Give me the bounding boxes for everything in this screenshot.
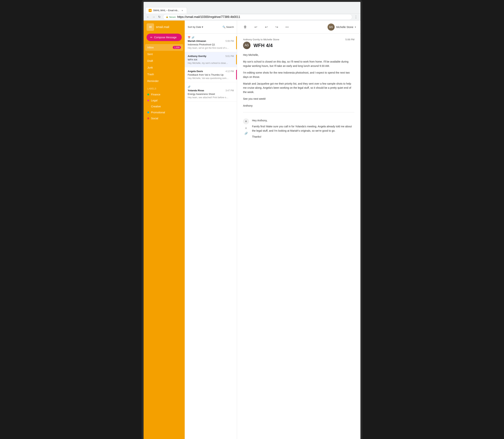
body-p-3: Mariah and Jacqueline got me their prior… xyxy=(243,82,354,94)
user-name: Michelle Stone xyxy=(336,25,353,29)
search-label: Search xyxy=(226,25,234,28)
email-item-2[interactable]: Anthony Gorrity 5:01 PM WFH 4/4 Hey Mich… xyxy=(185,52,237,67)
tab-favicon: ✉ xyxy=(149,9,152,12)
email-view-header: Anthony Gorrity to Michelle Stone 5:06 P… xyxy=(243,38,354,41)
reply-content: Hey Anthony, Family first! Make sure you… xyxy=(252,118,354,141)
browser-chrome: ✉ SMAIL.MAIL – Email inb... ✕ xyxy=(143,2,361,13)
browser-tab[interactable]: ✉ SMAIL.MAIL – Email inb... ✕ xyxy=(145,7,187,13)
label-promotional[interactable]: Promotional xyxy=(147,110,181,115)
back-button[interactable]: ← xyxy=(145,14,151,20)
email-view-time: 5:06 PM xyxy=(346,38,354,41)
email-4-sender: Yolanda Rivas xyxy=(188,89,204,92)
body-p-4: See you next week! xyxy=(243,97,354,101)
email-2-time: 5:01 PM xyxy=(225,55,234,58)
email-from-to: Anthony Gorrity to Michelle Stone xyxy=(243,38,279,41)
email-2-sender: Anthony Gorrity xyxy=(188,55,207,58)
label-social[interactable]: Social xyxy=(147,115,181,121)
sidebar-item-trash[interactable]: Trash xyxy=(145,71,183,78)
attachment-icon: 🔗 xyxy=(245,132,248,135)
email-3-subject: Feedback from Val is Thumbs Up xyxy=(188,73,234,76)
email-2-preview: Hey Michelle, my son's school is closed … xyxy=(188,62,229,64)
legal-dot xyxy=(147,99,149,101)
junk-label: Junk xyxy=(147,66,153,69)
promotional-label: Promotional xyxy=(151,111,165,114)
compose-label: Compose Message xyxy=(154,36,177,39)
body-p-2: I'm editing some shots for the new Indon… xyxy=(243,71,354,79)
address-bar-row: ← → ↻ 🔒 Secure https://smail.mail/10300/… xyxy=(143,13,361,21)
email-list: 📅 🔗 Mariah Almazan 5:06 PM Indonesia Pho… xyxy=(185,34,237,439)
body-p-5: Anthony xyxy=(243,104,354,108)
email-item-3[interactable]: Angela Davis 4:12 PM Feedback from Val i… xyxy=(185,67,237,82)
reminder-label: Reminder xyxy=(147,80,159,83)
inbox-label: Inbox xyxy=(147,46,154,49)
forward-button[interactable]: ↪ xyxy=(273,23,280,31)
tab-bar: ✉ SMAIL.MAIL – Email inb... ✕ xyxy=(145,2,359,13)
compose-button[interactable]: ✏ Compose Message xyxy=(147,34,182,41)
email-4-time: 3:47 PM xyxy=(225,89,234,92)
label-legal[interactable]: Legal xyxy=(147,98,181,103)
letter-icon: A xyxy=(245,127,247,130)
sidebar-item-sent[interactable]: Sent xyxy=(145,51,183,58)
sidebar-item-junk[interactable]: Junk xyxy=(145,64,183,71)
email-item-4[interactable]: 🔗 Yolanda Rivas 3:47 PM Energy Awareness… xyxy=(185,82,237,102)
sidebar-item-reminder[interactable]: Reminder xyxy=(145,78,183,85)
creative-label: Creative xyxy=(151,105,161,108)
email-1-icons: 📅 🔗 xyxy=(188,36,234,39)
email-1-priority xyxy=(236,36,237,49)
body-p-1: My son's school is closed on this day, s… xyxy=(243,60,354,68)
email-subject-title: WFH 4/4 xyxy=(254,43,273,48)
email-1-header: Mariah Almazan 5:06 PM xyxy=(188,40,234,42)
reply-section: A A 🔗 Hey Anthony, Family first! Make su… xyxy=(243,117,354,141)
reload-button[interactable]: ↻ xyxy=(157,14,162,20)
email-2-priority xyxy=(236,55,237,64)
sidebar-item-inbox[interactable]: Inbox 1,939 xyxy=(145,44,183,51)
body-p-0: Hey Michelle, xyxy=(243,53,354,57)
email-4-header: Yolanda Rivas 3:47 PM xyxy=(188,89,234,92)
lock-icon: 🔒 xyxy=(166,16,168,18)
compose-icon: ✏ xyxy=(150,36,153,39)
url-text: https://smail.mail/10300/nrgdrive/77389.… xyxy=(177,15,240,19)
email-4-icons: 🔗 xyxy=(188,85,234,88)
sidebar: ✉ smail.mail ✏ Compose Message Inbox 1,9… xyxy=(143,21,185,439)
nav-items: Inbox 1,939 Sent Draft Junk Trash xyxy=(143,44,185,85)
label-creative[interactable]: Creative xyxy=(147,103,181,110)
email-1-time: 5:06 PM xyxy=(225,40,234,42)
reply-button[interactable]: ↩ xyxy=(252,23,259,31)
sent-label: Sent xyxy=(147,53,153,56)
nav-icons: ← → ↻ xyxy=(145,14,162,20)
search-icon: 🔍 xyxy=(222,25,225,28)
draft-label: Draft xyxy=(147,59,153,62)
delete-button[interactable]: 🗑 xyxy=(242,23,249,31)
email-2-subject: WFH 4/4 xyxy=(188,58,234,61)
email-3-sender: Angela Davis xyxy=(188,70,203,73)
user-chevron-icon: ▾ xyxy=(355,26,356,28)
more-button[interactable]: ••• xyxy=(284,23,291,31)
email-item-1[interactable]: 📅 🔗 Mariah Almazan 5:06 PM Indonesia Pho… xyxy=(185,34,237,52)
reply-sender-avatar: A xyxy=(243,118,249,124)
sort-label: Sort by Date xyxy=(188,25,201,28)
sender-avatar: AG xyxy=(243,42,250,49)
labels-section: Labels Finance Legal Creative xyxy=(143,85,185,123)
logo-text: smail.mail xyxy=(156,25,169,29)
sort-by-date-button[interactable]: Sort by Date ▾ xyxy=(188,25,203,28)
email-4-preview: Hey team, see attached! Print before our… xyxy=(188,96,229,99)
trash-label: Trash xyxy=(147,73,154,76)
email-body: Hey Michelle, My son's school is closed … xyxy=(243,53,354,108)
sidebar-item-draft[interactable]: Draft xyxy=(145,58,183,64)
user-profile[interactable]: MS Michelle Stone ▾ xyxy=(327,24,356,31)
label-finance[interactable]: Finance xyxy=(147,91,181,98)
search-button[interactable]: 🔍 Search xyxy=(222,25,234,28)
email-toolbar: 🗑 ↩ ↩ ↪ ••• MS Michelle Stone ▾ xyxy=(237,21,361,34)
address-bar[interactable]: 🔒 Secure https://smail.mail/10300/nrgdri… xyxy=(163,14,352,20)
email-list-header: Sort by Date ▾ 🔍 Search xyxy=(185,21,237,34)
email-3-header: Angela Davis 4:12 PM xyxy=(188,70,234,73)
email-divider xyxy=(243,112,354,112)
forward-button[interactable]: → xyxy=(151,14,156,20)
tab-title: SMAIL.MAIL – Email inb... xyxy=(153,9,179,12)
email-2-header: Anthony Gorrity 5:01 PM xyxy=(188,55,234,58)
reply-all-button[interactable]: ↩ xyxy=(262,23,270,31)
logo-area: ✉ smail.mail xyxy=(143,21,185,34)
browser-menu-button[interactable]: ⋮ xyxy=(353,14,359,20)
tab-close-button[interactable]: ✕ xyxy=(181,9,184,12)
sort-chevron-icon: ▾ xyxy=(202,25,203,28)
